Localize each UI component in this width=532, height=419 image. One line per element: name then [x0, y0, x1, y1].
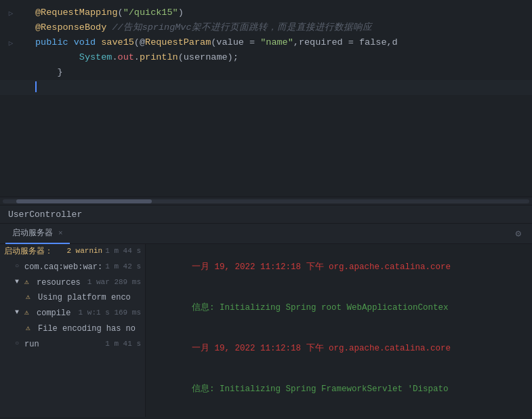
- tree-time-run: 1 m 41 s: [105, 339, 141, 349]
- code-lines: ▷ @RequestMapping("/quick15") @ResponseB…: [0, 0, 532, 160]
- run-icon-caq: ○: [15, 262, 24, 271]
- code-line-1: ▷ @RequestMapping("/quick15"): [0, 5, 532, 20]
- warn-icon-compile: ⚠: [24, 308, 37, 318]
- code-line-2: @ResponseBody //告知springMvc架不进行页面跳转，而是直接…: [0, 20, 532, 35]
- tab-start-server[interactable]: 启动服务器 ×: [5, 224, 70, 244]
- text-cursor: [35, 81, 37, 92]
- code-text-2: @ResponseBody //告知springMvc架不进行页面跳转，而是直接…: [35, 20, 527, 35]
- warn-icon-platform: ⚠: [26, 292, 38, 302]
- tree-item-platform[interactable]: ⚠ Using platform enco: [0, 290, 145, 306]
- tree-label-platform: Using platform enco: [38, 292, 141, 304]
- build-tree-panel[interactable]: 启动服务器： 2 warnin 1 m 44 s ○ com.caq:web:w…: [0, 244, 146, 417]
- tab-start-server-label: 启动服务器: [12, 227, 53, 239]
- tree-label-encoding: File encoding has no: [38, 323, 141, 335]
- code-text-6: [35, 80, 527, 95]
- tree-time-compile: 1 w:1 s 169 ms: [79, 308, 141, 318]
- log-line-4: 信息: Initializing Spring FrameworkServlet…: [151, 369, 527, 410]
- warn-icon-resources: ⚠: [24, 277, 37, 287]
- code-line-5: }: [0, 65, 532, 80]
- log-date-1: 一月 19, 2022 11:12:18 下午: [192, 262, 329, 272]
- log-line-5: 一月 19, 2022 11:12:19 下午 org.apache.coyot…: [151, 410, 527, 417]
- code-line-6: [0, 80, 532, 95]
- tree-header-label: 启动服务器：: [4, 246, 64, 258]
- log-src-1: org.apache.catalina.core: [329, 262, 451, 272]
- code-line-9: [0, 125, 532, 140]
- tree-label-compile: compile: [37, 308, 76, 319]
- bottom-panel: 启动服务器 × ⚙ 启动服务器： 2 warnin 1 m 44 s ○ com…: [0, 224, 532, 417]
- file-tab-label[interactable]: UserController: [8, 210, 82, 220]
- tree-item-caq[interactable]: ○ com.caq:web:war: 1 m 42 s: [0, 260, 145, 275]
- tree-item-compile[interactable]: ▼ ⚠ compile 1 w:1 s 169 ms: [0, 306, 145, 321]
- code-editor[interactable]: ▷ @RequestMapping("/quick15") @ResponseB…: [0, 0, 532, 197]
- file-tab-bar: UserController: [0, 205, 532, 224]
- tree-item-encoding[interactable]: ⚠ File encoding has no: [0, 321, 145, 337]
- code-text-3: public void save15(@RequestParam(value =…: [35, 35, 527, 50]
- log-date-3: 一月 19, 2022 11:12:18 下午: [192, 344, 329, 353]
- tree-item-run[interactable]: ○ run 1 m 41 s: [0, 337, 145, 353]
- log-info-2: 信息: Initializing Spring root WebApplicat…: [192, 303, 449, 313]
- code-line-7: [0, 95, 532, 110]
- scrollbar-thumb[interactable]: [16, 199, 152, 203]
- log-info-4: 信息: Initializing Spring FrameworkServlet…: [192, 384, 449, 394]
- panel-content: 启动服务器： 2 warnin 1 m 44 s ○ com.caq:web:w…: [0, 244, 532, 417]
- code-text-4: System.out.println(username);: [35, 50, 527, 65]
- warn-icon-encoding: ⚠: [26, 323, 38, 334]
- tree-item-resources[interactable]: ▼ ⚠ resources 1 war 289 ms: [0, 275, 145, 291]
- code-text-1: @RequestMapping("/quick15"): [35, 5, 527, 20]
- code-line-10: [0, 140, 532, 155]
- panel-tabs: 启动服务器 × ⚙: [0, 224, 532, 244]
- code-text-5: }: [35, 65, 527, 80]
- tree-header: 启动服务器： 2 warnin 1 m 44 s: [0, 244, 145, 260]
- tree-header-badge: 2 warnin: [66, 246, 102, 256]
- horizontal-scrollbar[interactable]: [0, 197, 532, 205]
- gutter-icon-1: ▷: [5, 9, 16, 18]
- log-panel[interactable]: 一月 19, 2022 11:12:18 下午 org.apache.catal…: [146, 244, 532, 417]
- tree-label-resources: resources: [37, 277, 85, 289]
- tree-time-caq: 1 m 42 s: [105, 262, 141, 272]
- code-line-8: [0, 110, 532, 125]
- log-line-1: 一月 19, 2022 11:12:18 下午 org.apache.catal…: [151, 247, 527, 287]
- code-line-3: ▷ public void save15(@RequestParam(value…: [0, 35, 532, 50]
- tree-time-resources: 1 war 289 ms: [87, 277, 141, 287]
- log-src-3: org.apache.catalina.core: [329, 344, 451, 353]
- settings-icon[interactable]: ⚙: [510, 228, 527, 239]
- code-line-4: System.out.println(username);: [0, 50, 532, 65]
- scrollbar-track: [3, 199, 529, 203]
- run-icon-run: ○: [15, 339, 24, 348]
- tree-label-caq: com.caq:web:war:: [24, 262, 102, 273]
- tree-header-time: 1 m 44 s: [105, 246, 141, 256]
- log-line-3: 一月 19, 2022 11:12:18 下午 org.apache.catal…: [151, 328, 527, 369]
- log-line-2: 信息: Initializing Spring root WebApplicat…: [151, 287, 527, 328]
- arrow-compile: ▼: [15, 308, 24, 317]
- tab-close-button[interactable]: ×: [58, 229, 63, 237]
- gutter-icon-3: ▷: [5, 39, 16, 47]
- arrow-resources: ▼: [15, 277, 24, 287]
- tree-label-run: run: [24, 339, 102, 351]
